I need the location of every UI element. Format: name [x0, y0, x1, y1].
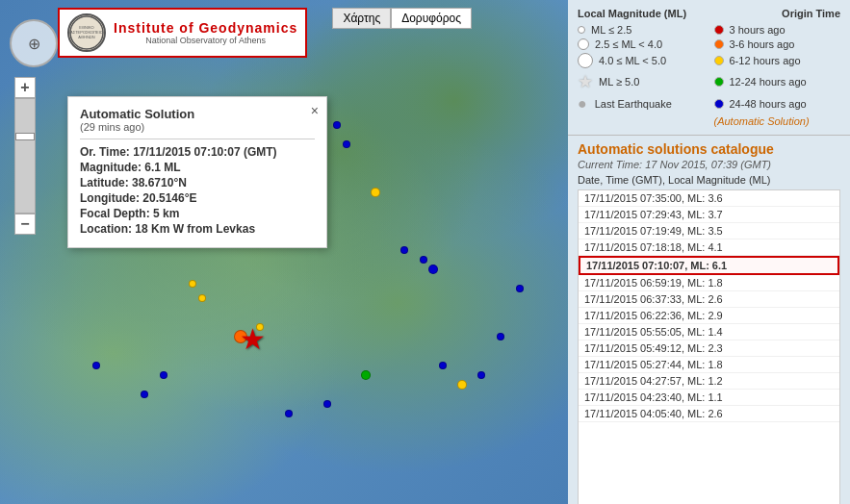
catalogue-row[interactable]: 17/11/2015 04:23:40, ML: 1.1 — [579, 390, 839, 406]
catalogue-row[interactable]: 17/11/2015 04:27:57, ML: 1.2 — [579, 373, 839, 390]
legend-dot-time-36h — [714, 39, 724, 49]
map-dot-marker[interactable] — [323, 400, 331, 408]
legend-item-auto-solution: (Automatic Solution) — [714, 115, 841, 127]
map-type-chart-btn[interactable]: Χάρτης — [332, 8, 391, 29]
legend-dot-large — [578, 53, 593, 68]
legend-label-time-36h: 3-6 hours ago — [730, 38, 795, 50]
legend-label-time-3h: 3 hours ago — [730, 24, 786, 36]
map-dot-marker[interactable] — [516, 285, 524, 292]
map-type-satellite-btn[interactable]: Δορυφόρος — [391, 8, 472, 29]
map-container[interactable]: Χάρτης Δορυφόρος ⊕ + − ΕΘΝΙΚΟ ΑΣΤΕΡΟΣΚΟΠ… — [0, 0, 568, 504]
legend-item-time-1224h: 12-24 hours ago — [714, 71, 841, 92]
map-dot-marker[interactable] — [141, 391, 148, 398]
legend-label-ml5plus: ML ≥ 5.0 — [599, 76, 639, 88]
legend-item-time-2448h: 24-48 hours ago — [714, 95, 841, 113]
legend-item-ml40: 2.5 ≤ ML < 4.0 — [578, 38, 705, 50]
legend-origin-time-title: Origin Time — [782, 8, 840, 19]
map-dot-marker[interactable] — [439, 362, 447, 369]
legend-label-time-2448h: 24-48 hours ago — [730, 98, 807, 110]
catalogue-row[interactable]: 17/11/2015 07:19:49, ML: 3.5 — [579, 223, 839, 239]
earthquake-star-marker[interactable]: ★ — [240, 322, 266, 356]
legend-label-ml40: 2.5 ≤ ML < 4.0 — [595, 38, 662, 50]
map-type-buttons: Χάρτης Δορυφόρος — [332, 8, 472, 29]
legend-label-time-612h: 6-12 hours ago — [730, 55, 801, 66]
legend-label-last-eq: Last Earthquake — [595, 98, 672, 110]
legend-titles: Local Magnitude (ML) Origin Time — [578, 8, 840, 19]
legend-dot-time-2448h — [714, 99, 724, 109]
legend-dot-small — [578, 26, 585, 34]
catalogue-header: Date, Time (GMT), Local Magnitude (ML) — [578, 174, 840, 186]
legend-last-eq-icon: ● — [578, 95, 587, 113]
map-dot-marker[interactable] — [92, 362, 100, 369]
legend-label-time-1224h: 12-24 hours ago — [730, 76, 807, 88]
logo-emblem: ΕΘΝΙΚΟ ΑΣΤΕΡΟΣΚΟΠΕΙΟ ΑΘΗΝΩΝ — [67, 13, 106, 52]
zoom-out-btn[interactable]: − — [14, 214, 36, 235]
popup-title: Automatic Solution — [80, 107, 315, 121]
catalogue-row[interactable]: 17/11/2015 06:59:19, ML: 1.8 — [579, 275, 839, 291]
zoom-thumb[interactable] — [15, 133, 35, 140]
legend-item-ml50: 4.0 ≤ ML < 5.0 — [578, 53, 705, 68]
popup-latitude: Latitude: 38.6710°N — [80, 176, 315, 189]
catalogue-list[interactable]: 17/11/2015 07:35:00, ML: 3.617/11/2015 0… — [578, 189, 840, 504]
popup-magnitude: Magnitude: 6.1 ML — [80, 161, 315, 174]
legend-label-ml50: 4.0 ≤ ML < 5.0 — [599, 55, 666, 66]
catalogue-row[interactable]: 17/11/2015 06:37:33, ML: 2.6 — [579, 291, 839, 308]
map-dot-marker[interactable] — [189, 280, 196, 288]
zoom-in-btn[interactable]: + — [14, 77, 36, 98]
map-dot-marker[interactable] — [333, 121, 341, 129]
catalogue-row[interactable]: 17/11/2015 07:10:07, ML: 6.1 — [579, 256, 839, 275]
popup-origin-time: Or. Time: 17/11/2015 07:10:07 (GMT) — [80, 145, 315, 159]
map-dot-marker[interactable] — [497, 333, 504, 340]
popup-focal-depth: Focal Depth: 5 km — [80, 207, 315, 220]
legend-dot-time-612h — [714, 56, 724, 65]
popup-longitude: Longitude: 20.5146°E — [80, 191, 315, 205]
catalogue-row[interactable]: 17/11/2015 05:27:44, ML: 1.8 — [579, 357, 839, 373]
legend-auto-solution-label: (Automatic Solution) — [714, 115, 810, 127]
map-dot-marker[interactable] — [457, 380, 467, 390]
legend-dot-time-3h — [714, 25, 724, 35]
legend-magnitude-title: Local Magnitude (ML) — [578, 8, 686, 19]
map-dot-marker[interactable] — [400, 246, 408, 254]
catalogue-row[interactable]: 17/11/2015 07:35:00, ML: 3.6 — [579, 190, 839, 207]
map-dot-marker[interactable] — [343, 140, 350, 148]
catalogue-title: Automatic solutions catalogue — [578, 141, 840, 157]
zoom-slider[interactable] — [14, 98, 36, 214]
map-dot-marker[interactable] — [371, 188, 380, 197]
legend-item-ml25: ML ≤ 2.5 — [578, 24, 705, 36]
institute-subtitle: National Observatory of Athens — [114, 36, 297, 45]
zoom-controls[interactable]: + − — [14, 77, 36, 235]
legend-grid: ML ≤ 2.5 3 hours ago 2.5 ≤ ML < 4.0 3-6 … — [578, 24, 840, 127]
earthquake-popup: × Automatic Solution (29 mins ago) Or. T… — [67, 96, 327, 248]
legend-item-time-612h: 6-12 hours ago — [714, 53, 841, 68]
popup-time: (29 mins ago) — [80, 121, 315, 133]
institute-title: Institute of Geodynamics — [114, 20, 297, 36]
catalogue-row[interactable]: 17/11/2015 07:29:43, ML: 3.7 — [579, 207, 839, 223]
legend-item-last-eq: ● Last Earthquake — [578, 95, 705, 113]
map-dot-marker[interactable] — [198, 294, 206, 302]
pan-icon: ⊕ — [28, 35, 40, 53]
catalogue-subtitle: Current Time: 17 Nov 2015, 07:39 (GMT) — [578, 159, 840, 170]
popup-close-btn[interactable]: × — [311, 103, 319, 118]
catalogue-row[interactable]: 17/11/2015 04:05:40, ML: 2.6 — [579, 406, 839, 422]
map-dot-marker[interactable] — [361, 370, 371, 380]
catalogue-section: Automatic solutions catalogue Current Ti… — [568, 136, 850, 504]
map-dot-marker[interactable] — [160, 371, 167, 379]
map-background — [0, 0, 568, 504]
sidebar: Local Magnitude (ML) Origin Time ML ≤ 2.… — [568, 0, 850, 504]
pan-circle[interactable]: ⊕ — [10, 19, 58, 67]
catalogue-row[interactable]: 17/11/2015 05:49:12, ML: 2.3 — [579, 340, 839, 357]
catalogue-row[interactable]: 17/11/2015 05:55:05, ML: 1.4 — [579, 324, 839, 340]
catalogue-row[interactable]: 17/11/2015 06:22:36, ML: 2.9 — [579, 308, 839, 324]
popup-location: Location: 18 Km W from Levkas — [80, 222, 315, 236]
legend-item-time-3h: 3 hours ago — [714, 24, 841, 36]
legend-item-time-36h: 3-6 hours ago — [714, 38, 841, 50]
legend-star-icon: ★ — [578, 71, 593, 92]
map-dot-marker[interactable] — [285, 410, 293, 417]
map-dot-marker[interactable] — [477, 371, 485, 379]
map-dot-marker[interactable] — [428, 265, 438, 274]
pan-control[interactable]: ⊕ — [10, 19, 58, 67]
catalogue-row[interactable]: 17/11/2015 07:18:18, ML: 4.1 — [579, 239, 839, 256]
map-dot-marker[interactable] — [420, 256, 427, 264]
institute-logo: ΕΘΝΙΚΟ ΑΣΤΕΡΟΣΚΟΠΕΙΟ ΑΘΗΝΩΝ Institute of… — [58, 8, 307, 58]
legend-item-ml5plus: ★ ML ≥ 5.0 — [578, 71, 705, 92]
